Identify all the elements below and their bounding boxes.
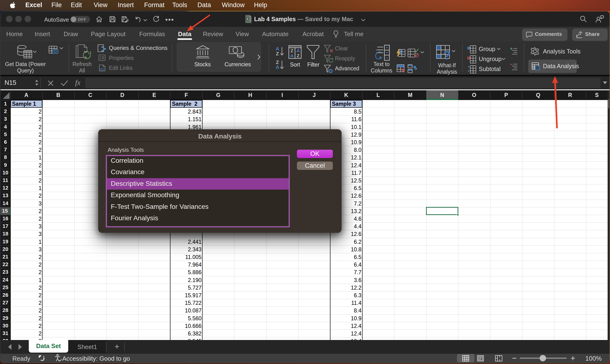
svg-text:Z: Z — [291, 48, 293, 53]
svg-text:A: A — [296, 48, 300, 53]
svg-text:A: A — [276, 46, 279, 51]
svg-text:A: A — [276, 65, 279, 70]
svg-text:Z: Z — [276, 51, 279, 56]
svg-text:X: X — [247, 18, 248, 20]
svg-text:?: ? — [443, 49, 451, 62]
svg-text:Z: Z — [276, 60, 279, 65]
svg-text:Z: Z — [297, 53, 300, 58]
svg-text:A: A — [290, 53, 293, 58]
